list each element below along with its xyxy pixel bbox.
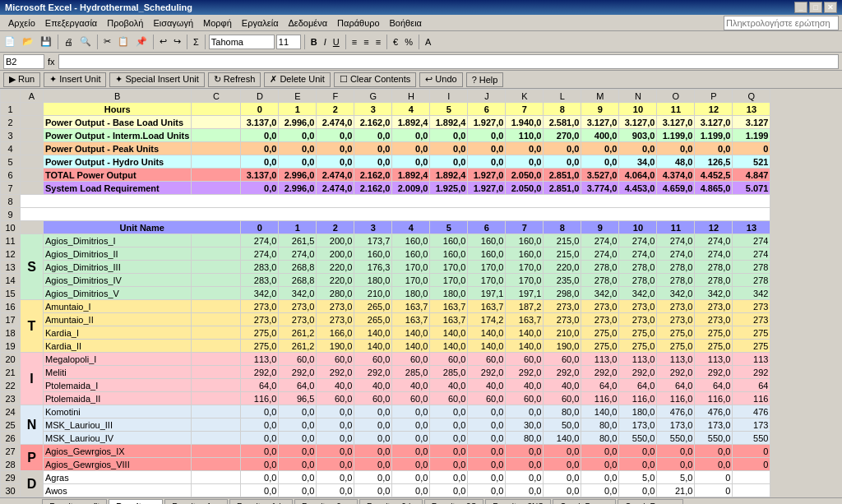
cell-7-2[interactable]: 2.474,0 [317,182,354,195]
cell-19-10[interactable]: 275,0 [619,340,657,353]
cell-6-4[interactable]: 1.892,4 [392,169,430,182]
cell-28-3[interactable]: 0,0 [354,458,392,471]
preview-button[interactable]: 🔍 [77,33,94,51]
cell-12-11[interactable]: 274,0 [657,247,695,261]
cell-17-name[interactable]: Amuntaio_II [44,313,192,326]
cell-30-6[interactable]: 0,0 [468,484,506,497]
cell-19-2[interactable]: 190,0 [317,340,354,353]
cell-30-10[interactable]: 0,0 [619,484,657,497]
col-e[interactable]: E [279,90,317,103]
cell-19-9[interactable]: 275,0 [581,340,619,353]
row-num-10[interactable]: 10 [1,221,21,234]
cell-2-10[interactable]: 3.127,0 [619,116,657,129]
row-num-29[interactable]: 29 [1,471,21,484]
cell-2-4[interactable]: 1.892,4 [392,116,430,129]
cell-13-3[interactable]: 176,3 [354,261,392,274]
cell-22-3[interactable]: 40,0 [354,379,392,392]
cell-14-2[interactable]: 220,0 [317,274,354,287]
row-num-7[interactable]: 7 [1,182,21,195]
col-h[interactable]: H [392,90,430,103]
cell-6-6[interactable]: 1.927,0 [468,169,506,182]
cell-25c[interactable] [192,418,241,432]
cell-17-0[interactable]: 273,0 [241,313,279,326]
cell-7-7[interactable]: 2.050,0 [506,182,544,195]
cell-20-3[interactable]: 60,0 [354,353,392,366]
cell-11-10[interactable]: 274,0 [619,234,657,247]
cell-17-11[interactable]: 273,0 [657,313,695,326]
cell-27-11[interactable]: 0,0 [657,445,695,458]
cell-16-10[interactable]: 273,0 [619,300,657,313]
cell-22-4[interactable]: 40,0 [392,379,430,392]
cell-19-0[interactable]: 275,0 [241,340,279,353]
cell-25-name[interactable]: MSK_Lauriou_III [44,418,192,432]
cell-14-3[interactable]: 180,0 [354,274,392,287]
cell-15-6[interactable]: 197,1 [468,287,506,300]
tab-graph-reserv[interactable]: Graph Reserv [618,499,683,504]
col-o[interactable]: O [657,90,695,103]
menu-data[interactable]: Δεδομένα [284,16,333,30]
cell-23-7[interactable]: 60,0 [506,392,544,405]
cell-6-12[interactable]: 4.452,5 [695,169,733,182]
cell-12-7[interactable]: 160,0 [506,247,544,261]
cell-3-8[interactable]: 270,0 [544,129,581,142]
cell-26-11[interactable]: 550,0 [657,432,695,445]
row-num-16[interactable]: 16 [1,300,21,313]
cell-hours-label[interactable]: Hours [44,103,192,116]
cell-17-13[interactable]: 273 [733,313,770,326]
cell-20-6[interactable]: 60,0 [468,353,506,366]
paste-button[interactable]: 📌 [133,33,150,51]
cell-14-name[interactable]: Agios_Dimitrios_IV [44,274,192,287]
cell-25-0[interactable]: 0,0 [241,418,279,432]
cell-12c[interactable] [192,247,241,261]
cell-1-1[interactable]: 1 [279,103,317,116]
cell-12-3[interactable]: 160,0 [354,247,392,261]
cell-16-8[interactable]: 273,0 [544,300,581,313]
cell-20-1[interactable]: 60,0 [279,353,317,366]
cell-24-0[interactable]: 0,0 [241,405,279,418]
cell-12-0[interactable]: 274,0 [241,247,279,261]
align-center-button[interactable]: ≡ [361,33,371,51]
cell-23-11[interactable]: 116,0 [657,392,695,405]
cell-1-3[interactable]: 3 [354,103,392,116]
cell-29-8[interactable]: 0,0 [544,471,581,484]
cell-13-10[interactable]: 278,0 [619,261,657,274]
cell-25-6[interactable]: 0,0 [468,418,506,432]
cell-10-0[interactable]: 0 [241,221,279,234]
cell-4-11[interactable]: 0,0 [657,142,695,155]
cell-23-2[interactable]: 60,0 [317,392,354,405]
cell-25-1[interactable]: 0,0 [279,418,317,432]
cell-3-11[interactable]: 1.199,0 [657,129,695,142]
col-q[interactable]: Q [733,90,770,103]
cell-23-9[interactable]: 116,0 [581,392,619,405]
cell-2-12[interactable]: 3.127,0 [695,116,733,129]
cell-24-12[interactable]: 476,0 [695,405,733,418]
cell-4-9[interactable]: 0,0 [581,142,619,155]
cell-11-13[interactable]: 274 [733,234,770,247]
row-num-27[interactable]: 27 [1,445,21,458]
cell-4-12[interactable]: 0,0 [695,142,733,155]
cell-1-7[interactable]: 7 [506,103,544,116]
tab-graph-power[interactable]: Graph Power [553,499,616,504]
cell-17-7[interactable]: 163,7 [506,313,544,326]
cell-23c[interactable] [192,392,241,405]
col-f[interactable]: F [317,90,354,103]
cell-26c[interactable] [192,432,241,445]
cell-30-12[interactable]: 0 [695,484,733,497]
cell-5-11[interactable]: 48,0 [657,155,695,169]
col-c[interactable]: C [192,90,241,103]
align-left-button[interactable]: ≡ [349,33,359,51]
row-num-26[interactable]: 26 [1,432,21,445]
cell-29-9[interactable]: 0,0 [581,471,619,484]
cell-19-1[interactable]: 261,2 [279,340,317,353]
undo-button[interactable]: ↩ [157,33,169,51]
row-num-6[interactable]: 6 [1,169,21,182]
print-button[interactable]: 🖨 [62,33,76,51]
cell-2-9[interactable]: 3.127,0 [581,116,619,129]
cell-15-name[interactable]: Agios_Dimitrios_V [44,287,192,300]
cell-4-13[interactable]: 0 [733,142,770,155]
cell-5-6[interactable]: 0,0 [468,155,506,169]
cell-26-1[interactable]: 0,0 [279,432,317,445]
cell-18-11[interactable]: 275,0 [657,326,695,340]
cell-13-13[interactable]: 278 [733,261,770,274]
cell-28-4[interactable]: 0,0 [392,458,430,471]
